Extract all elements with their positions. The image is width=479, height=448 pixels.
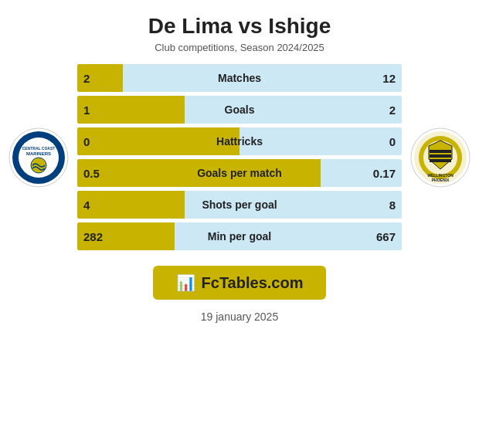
header: De Lima vs Ishige Club competitions, Sea… bbox=[148, 0, 331, 58]
stat-row: 4Shots per goal8 bbox=[77, 191, 402, 219]
watermark-icon: 📊 bbox=[176, 273, 195, 292]
match-title: De Lima vs Ishige bbox=[148, 14, 331, 39]
svg-rect-12 bbox=[430, 150, 451, 153]
stat-label: Goals bbox=[77, 104, 402, 116]
match-subtitle: Club competitions, Season 2024/2025 bbox=[148, 42, 331, 53]
stat-row: 282Min per goal667 bbox=[77, 222, 402, 250]
stats-container: 2Matches121Goals20Hattricks00.5Goals per… bbox=[77, 64, 402, 250]
stat-left-value: 1 bbox=[77, 96, 108, 124]
stat-row: 1Goals2 bbox=[77, 96, 402, 124]
stat-label: Min per goal bbox=[77, 230, 402, 243]
stat-label: Matches bbox=[77, 72, 402, 84]
right-team-logo: WELLINGTON PHOENIX bbox=[409, 127, 471, 188]
stat-right-value: 12 bbox=[371, 64, 402, 92]
stat-row: 2Matches12 bbox=[77, 64, 402, 92]
watermark-text: FcTables.com bbox=[202, 274, 304, 292]
svg-text:MARINERS: MARINERS bbox=[26, 151, 51, 156]
main-content: CENTRAL COAST MARINERS 2Matches121Goals2… bbox=[0, 58, 479, 256]
stat-label: Goals per match bbox=[77, 167, 402, 179]
svg-text:PHOENIX: PHOENIX bbox=[432, 178, 450, 182]
stat-right-value: 0 bbox=[371, 127, 402, 155]
stat-label: Shots per goal bbox=[77, 199, 402, 211]
stat-left-value: 4 bbox=[77, 191, 108, 219]
stat-right-value: 667 bbox=[371, 222, 402, 250]
left-team-logo: CENTRAL COAST MARINERS bbox=[8, 127, 70, 188]
stat-right-value: 8 bbox=[371, 191, 402, 219]
svg-rect-13 bbox=[430, 154, 451, 158]
stat-left-value: 0 bbox=[77, 127, 108, 155]
stat-row: 0Hattricks0 bbox=[77, 127, 402, 155]
stat-left-value: 0.5 bbox=[77, 159, 108, 187]
stat-left-value: 282 bbox=[77, 222, 108, 250]
stat-label: Hattricks bbox=[77, 135, 402, 148]
match-date: 19 january 2025 bbox=[201, 311, 278, 323]
stat-row: 0.5Goals per match0.17 bbox=[77, 159, 402, 187]
stat-left-value: 2 bbox=[77, 64, 108, 92]
svg-rect-14 bbox=[430, 159, 451, 162]
stat-right-value: 0.17 bbox=[371, 159, 402, 187]
svg-text:CENTRAL COAST: CENTRAL COAST bbox=[22, 146, 56, 151]
stat-right-value: 2 bbox=[371, 96, 402, 124]
watermark: 📊 FcTables.com bbox=[153, 266, 327, 300]
